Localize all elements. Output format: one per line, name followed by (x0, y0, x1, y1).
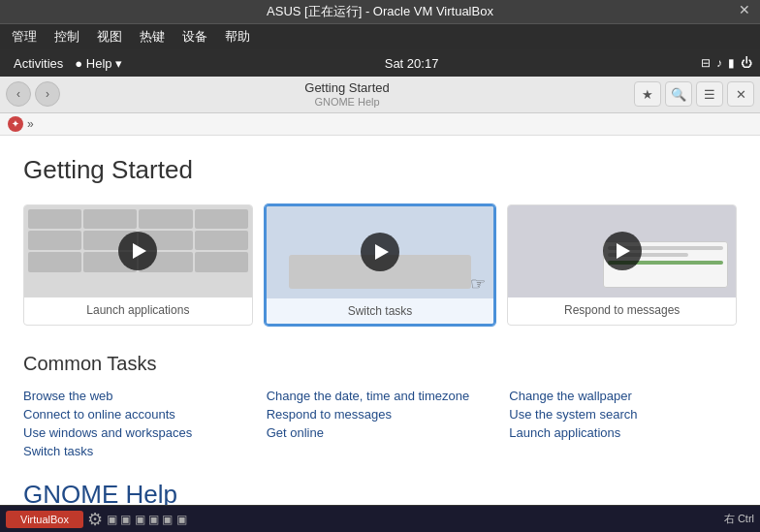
menu-item-help[interactable]: 帮助 (217, 26, 258, 47)
link-respond-messages[interactable]: Respond to messages (267, 405, 494, 423)
gnome-clock: Sat 20:17 (385, 56, 439, 71)
common-tasks-title: Common Tasks (23, 353, 737, 375)
link-system-search[interactable]: Use the system search (509, 405, 737, 423)
menu-item-control[interactable]: 控制 (47, 26, 87, 47)
menu-bar: 管理 控制 视图 热键 设备 帮助 (0, 24, 760, 49)
bookmark-button[interactable]: ★ (634, 81, 661, 107)
screen-icon: ⊟ (701, 56, 711, 70)
thumb-cell (28, 231, 81, 250)
video-label-launch: Launch applications (24, 297, 252, 323)
search-button[interactable]: 🔍 (665, 81, 692, 107)
video-row: Launch applications ☞ Switch tasks Respo… (23, 204, 737, 326)
gnome-right: ⊟ ♪ ▮ ⏻ (701, 56, 752, 70)
taskbar-separator: ⚙ (87, 509, 103, 530)
cursor-icon: ☞ (470, 273, 486, 295)
link-date-time[interactable]: Change the date, time and timezone (267, 387, 494, 405)
thumb-cell (28, 209, 81, 229)
taskbar-ctrl-label: 右 Ctrl (724, 512, 754, 526)
link-switch-tasks[interactable]: Switch tasks (23, 442, 251, 460)
video-thumbnail-launch (24, 205, 252, 297)
thumb-cell (139, 209, 192, 229)
page-title-header: Getting Started (64, 80, 630, 96)
links-grid: Browse the web Connect to online account… (23, 387, 737, 460)
link-launch-apps[interactable]: Launch applications (509, 423, 737, 442)
back-button[interactable]: ‹ (6, 81, 31, 107)
activities-button[interactable]: Activities (8, 54, 69, 73)
gnome-left: Activities ● Help ▾ (8, 54, 122, 73)
taskbar-icons: ▣ ▣ ▣ ▣ ▣ ▣ (107, 513, 187, 526)
browser-chrome: ‹ › Getting Started GNOME Help ★ 🔍 ☰ ✕ (0, 77, 760, 113)
menu-item-view[interactable]: 视图 (89, 26, 130, 47)
title-bar: ASUS [正在运行] - Oracle VM VirtualBox ✕ (0, 0, 760, 24)
play-button-messages[interactable] (603, 232, 642, 270)
menu-item-manage[interactable]: 管理 (4, 26, 45, 47)
video-card-launch[interactable]: Launch applications (23, 204, 253, 326)
links-col1: Browse the web Connect to online account… (23, 387, 251, 460)
volume-icon: ♪ (716, 56, 722, 70)
menu-item-hotkey[interactable]: 热键 (132, 26, 173, 47)
menu-button[interactable]: ☰ (696, 81, 723, 107)
video-card-switch[interactable]: ☞ Switch tasks (265, 204, 496, 326)
browser-title-area: Getting Started GNOME Help (64, 80, 630, 109)
page-main-title: Getting Started (23, 155, 737, 185)
breadcrumb-bar: ✦ » (0, 113, 760, 136)
thumb-cell (195, 231, 248, 250)
page-subtitle: GNOME Help (64, 96, 630, 109)
link-browse-web[interactable]: Browse the web (23, 387, 251, 405)
thumb-cell (83, 209, 137, 229)
forward-button[interactable]: › (35, 81, 60, 107)
menu-item-device[interactable]: 设备 (174, 26, 215, 47)
taskbar-left: VirtualBox ⚙ ▣ ▣ ▣ ▣ ▣ ▣ (6, 509, 187, 530)
video-thumbnail-switch: ☞ (267, 206, 494, 298)
thumb-cell (195, 252, 248, 271)
power-icon: ⏻ (741, 56, 752, 70)
battery-icon: ▮ (728, 56, 735, 70)
play-button-switch[interactable] (361, 233, 399, 271)
help-menu-button[interactable]: ● Help ▾ (75, 56, 122, 71)
link-wallpaper[interactable]: Change the wallpaper (509, 387, 737, 405)
gnome-bar: Activities ● Help ▾ Sat 20:17 ⊟ ♪ ▮ ⏻ (0, 49, 760, 77)
taskbar-app-icon: VirtualBox (6, 511, 83, 528)
taskbar-right: 右 Ctrl (724, 512, 754, 526)
links-col3: Change the wallpaper Use the system sear… (509, 387, 737, 460)
link-online-accounts[interactable]: Connect to online accounts (23, 405, 251, 423)
browser-toolbar-right: ★ 🔍 ☰ ✕ (634, 81, 754, 107)
window-close-button[interactable]: ✕ (737, 2, 752, 17)
video-label-messages: Respond to messages (508, 297, 736, 323)
breadcrumb-label: » (27, 117, 34, 131)
window-title: ASUS [正在运行] - Oracle VM VirtualBox (267, 4, 493, 18)
video-label-switch: Switch tasks (267, 298, 494, 324)
video-card-messages[interactable]: Respond to messages (507, 204, 737, 326)
thumb-cell (28, 252, 81, 271)
link-windows-workspaces[interactable]: Use windows and workspaces (23, 423, 251, 442)
close-tab-button[interactable]: ✕ (727, 81, 754, 107)
breadcrumb-icon: ✦ (8, 116, 23, 132)
link-get-online[interactable]: Get online (267, 423, 494, 442)
links-col2: Change the date, time and timezone Respo… (267, 387, 494, 460)
thumb-cell (195, 209, 248, 229)
taskbar: VirtualBox ⚙ ▣ ▣ ▣ ▣ ▣ ▣ 右 Ctrl (0, 505, 760, 532)
video-thumbnail-messages (508, 205, 736, 297)
main-content: Getting Started (0, 136, 760, 528)
